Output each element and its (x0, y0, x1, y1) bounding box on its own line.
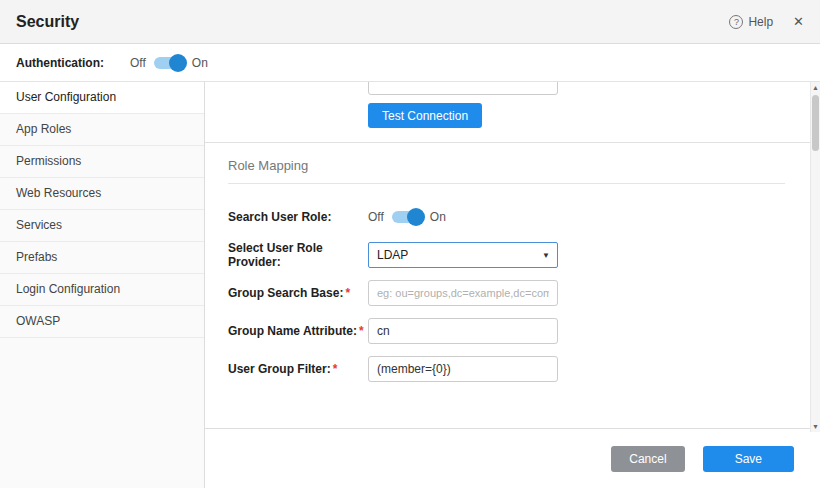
required-asterisk: * (345, 286, 350, 300)
toggle-knob (407, 208, 425, 226)
main-panel: Test Connection Role Mapping Search User… (205, 82, 820, 488)
close-icon[interactable]: ✕ (793, 14, 804, 29)
user-group-filter-input[interactable] (368, 356, 558, 382)
sidebar-item-prefabs[interactable]: Prefabs (0, 242, 204, 274)
group-name-attribute-row: Group Name Attribute:* (228, 318, 785, 344)
caret-down-icon: ▼ (542, 251, 550, 260)
test-connection-button[interactable]: Test Connection (368, 103, 482, 128)
group-search-base-input[interactable] (368, 280, 558, 306)
authentication-on-label: On (192, 56, 208, 70)
sidebar-item-app-roles[interactable]: App Roles (0, 114, 204, 146)
connection-field-partial[interactable] (368, 82, 558, 95)
page-title: Security (16, 13, 79, 31)
user-role-provider-select[interactable]: LDAP ▼ (368, 242, 558, 268)
provider-selected-value: LDAP (377, 248, 408, 262)
role-mapping-form: Search User Role: Off On Select User Rol… (228, 184, 785, 382)
help-icon: ? (729, 15, 743, 29)
authentication-toggle-group: Off On (130, 56, 208, 70)
scrollbar-thumb[interactable] (812, 95, 819, 151)
search-user-role-label: Search User Role: (228, 210, 368, 224)
group-name-attribute-input[interactable] (368, 318, 558, 344)
sidebar-item-login-configuration[interactable]: Login Configuration (0, 274, 204, 306)
required-asterisk: * (359, 324, 364, 338)
role-mapping-title: Role Mapping (228, 158, 785, 173)
content-scroll-area: Test Connection Role Mapping Search User… (205, 82, 810, 428)
search-user-role-off-label: Off (368, 210, 384, 224)
sidebar: User Configuration App Roles Permissions… (0, 82, 205, 488)
user-group-filter-row: User Group Filter:* (228, 356, 785, 382)
group-search-base-label: Group Search Base:* (228, 286, 368, 300)
cancel-button[interactable]: Cancel (611, 446, 684, 472)
search-user-role-toggle[interactable] (392, 211, 422, 223)
user-group-filter-label: User Group Filter:* (228, 362, 368, 376)
help-button[interactable]: ? Help (729, 15, 773, 29)
group-search-base-row: Group Search Base:* (228, 280, 785, 306)
header: Security ? Help ✕ (0, 0, 820, 44)
required-asterisk: * (333, 362, 338, 376)
save-button[interactable]: Save (703, 446, 794, 472)
search-user-role-on-label: On (430, 210, 446, 224)
toggle-knob (169, 54, 187, 72)
footer-actions: Cancel Save (205, 428, 810, 488)
header-actions: ? Help ✕ (729, 14, 804, 29)
scroll-up-icon[interactable]: ▲ (811, 82, 820, 93)
provider-row: Select User Role Provider: LDAP ▼ (228, 242, 785, 268)
sidebar-item-user-configuration[interactable]: User Configuration (0, 82, 204, 114)
provider-label: Select User Role Provider: (228, 241, 368, 269)
search-user-role-toggle-group: Off On (368, 210, 446, 224)
sidebar-item-web-resources[interactable]: Web Resources (0, 178, 204, 210)
vertical-scrollbar[interactable]: ▲ ▼ (810, 82, 820, 432)
authentication-label: Authentication: (16, 56, 104, 70)
sidebar-item-owasp[interactable]: OWASP (0, 306, 204, 338)
search-user-role-row: Search User Role: Off On (228, 204, 785, 230)
role-mapping-section: Role Mapping Search User Role: Off On Se… (228, 142, 785, 394)
authentication-off-label: Off (130, 56, 146, 70)
authentication-toggle[interactable] (154, 57, 184, 69)
group-name-attribute-label: Group Name Attribute:* (228, 324, 368, 338)
scroll-down-icon[interactable]: ▼ (811, 421, 820, 432)
sidebar-item-services[interactable]: Services (0, 210, 204, 242)
help-label: Help (748, 15, 773, 29)
authentication-bar: Authentication: Off On (0, 44, 820, 82)
sidebar-item-permissions[interactable]: Permissions (0, 146, 204, 178)
